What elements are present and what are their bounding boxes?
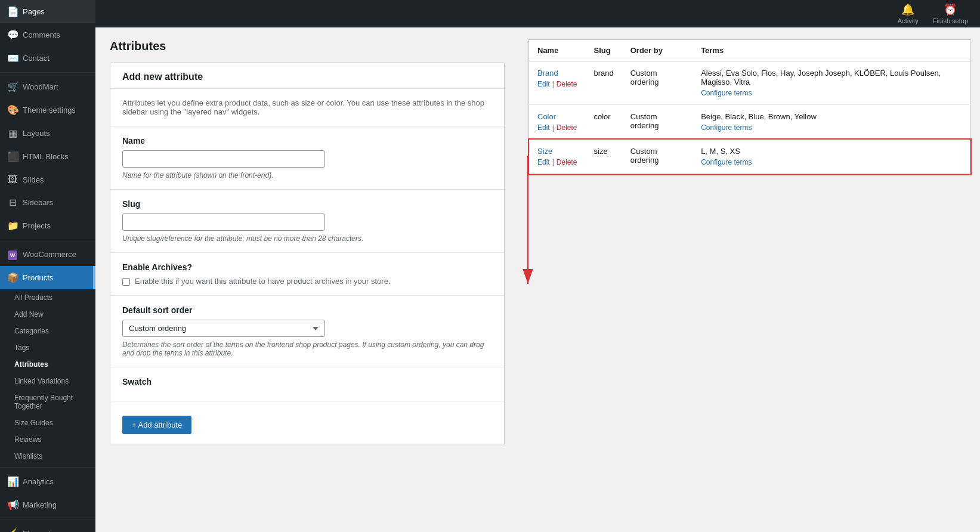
- sidebar-item-layouts[interactable]: ▦ Layouts: [0, 122, 95, 145]
- page-title: Attributes: [110, 39, 505, 53]
- sidebar-item-label: Slides: [23, 175, 44, 184]
- sidebar-item-size-guides[interactable]: Size Guides: [0, 415, 95, 431]
- activity-button[interactable]: 🔔 Activity: [898, 3, 919, 24]
- sidebar-item-html-blocks[interactable]: ⬛ HTML Blocks: [0, 145, 95, 168]
- slides-icon: 🖼: [7, 174, 18, 185]
- sidebar-item-products[interactable]: 📦 Products: [0, 266, 95, 289]
- slug-input[interactable]: [122, 214, 325, 231]
- sidebar-item-label: HTML Blocks: [23, 152, 69, 161]
- swatch-section: Swatch: [110, 367, 504, 401]
- sidebar-item-wishlists[interactable]: Wishlists: [0, 448, 95, 465]
- brand-edit-link[interactable]: Edit: [537, 80, 550, 88]
- add-attribute-button-label: + Add attribute: [132, 420, 182, 429]
- col-order-by: Order by: [622, 40, 693, 61]
- table-header-row: Name Slug Order by Terms: [529, 40, 970, 61]
- table-row: Brand Edit | Delete brand Custom orderin…: [529, 61, 970, 105]
- size-slug-cell: size: [586, 140, 622, 174]
- sidebar-item-reviews[interactable]: Reviews: [0, 431, 95, 448]
- size-table-row: Size Edit | Delete size Custom ordering …: [529, 140, 970, 174]
- color-configure-link[interactable]: Configure terms: [701, 123, 962, 132]
- size-name-link[interactable]: Size: [537, 147, 552, 156]
- brand-actions: Edit | Delete: [537, 80, 577, 88]
- sidebar-item-theme-settings[interactable]: 🎨 Theme settings: [0, 98, 95, 122]
- enable-archives-row: Enable this if you want this attribute t…: [122, 277, 492, 286]
- sidebar-item-analytics[interactable]: 📊 Analytics: [0, 470, 95, 493]
- add-attribute-section-title: Add new attribute: [110, 63, 504, 89]
- sidebar-item-woocommerce[interactable]: W WooCommerce: [0, 243, 95, 266]
- marketing-icon: 📢: [7, 499, 18, 511]
- color-edit-link[interactable]: Edit: [537, 123, 550, 132]
- sidebar-item-label: Sidebars: [23, 198, 53, 207]
- sidebar-item-pages[interactable]: 📄 Pages: [0, 0, 95, 23]
- color-order-cell: Custom ordering: [622, 105, 693, 140]
- color-name-link[interactable]: Color: [537, 112, 556, 121]
- all-products-label: All Products: [14, 293, 52, 302]
- brand-configure-link[interactable]: Configure terms: [701, 89, 962, 97]
- size-delete-link[interactable]: Delete: [557, 158, 577, 166]
- brand-terms: Alessi, Eva Solo, Flos, Hay, Joseph Jose…: [701, 69, 941, 86]
- table-row: Color Edit | Delete color Custom orderin…: [529, 105, 970, 140]
- form-description-section: Attributes let you define extra product …: [110, 89, 504, 126]
- sidebar-item-label: Contact: [23, 54, 50, 63]
- categories-label: Categories: [14, 327, 49, 335]
- add-attribute-button[interactable]: + Add attribute: [122, 416, 191, 434]
- sidebar-item-frequently-bought[interactable]: Frequently Bought Together: [0, 389, 95, 415]
- sidebar-item-projects[interactable]: 📁 Projects: [0, 214, 95, 237]
- sort-order-section: Default sort order Custom ordering Name …: [110, 296, 504, 367]
- brand-name-link[interactable]: Brand: [537, 69, 558, 78]
- size-edit-link[interactable]: Edit: [537, 158, 550, 166]
- sidebar-item-attributes[interactable]: Attributes: [0, 356, 95, 373]
- activity-icon: 🔔: [901, 3, 914, 16]
- brand-slug-cell: brand: [586, 61, 622, 105]
- add-button-section: + Add attribute: [110, 401, 504, 444]
- name-input[interactable]: [122, 150, 325, 168]
- table-header: Name Slug Order by Terms: [529, 40, 970, 61]
- color-delete-link[interactable]: Delete: [557, 123, 577, 132]
- sidebar-item-slides[interactable]: 🖼 Slides: [0, 168, 95, 191]
- finish-setup-button[interactable]: ⏰ Finish setup: [933, 3, 968, 24]
- woocommerce-icon: W: [7, 249, 18, 260]
- brand-delete-link[interactable]: Delete: [557, 80, 577, 88]
- sidebar-item-add-new[interactable]: Add New: [0, 306, 95, 323]
- sidebar-item-all-products[interactable]: All Products: [0, 289, 95, 306]
- size-configure-link[interactable]: Configure terms: [701, 158, 962, 166]
- finish-setup-icon: ⏰: [944, 3, 957, 16]
- color-name-cell: Color Edit | Delete: [529, 105, 586, 140]
- left-panel: Attributes Add new attribute Attributes …: [95, 27, 519, 532]
- size-order-cell: Custom ordering: [622, 140, 693, 174]
- sidebar-item-label: WooCommerce: [23, 250, 76, 259]
- layouts-icon: ▦: [7, 128, 18, 139]
- sidebar-item-categories[interactable]: Categories: [0, 323, 95, 339]
- sidebar-item-comments[interactable]: 💬 Comments: [0, 23, 95, 47]
- color-actions: Edit | Delete: [537, 123, 577, 132]
- sidebar-item-sidebars[interactable]: ⊟ Sidebars: [0, 191, 95, 214]
- sort-order-select-wrapper: Custom ordering Name Name (numeric) Term…: [122, 320, 325, 337]
- enable-archives-section: Enable Archives? Enable this if you want…: [110, 253, 504, 296]
- sidebar: 📄 Pages 💬 Comments ✉️ Contact 🛒 WoodMart…: [0, 0, 95, 532]
- sidebar-item-label: WoodMart: [23, 82, 58, 91]
- sort-order-label: Default sort order: [122, 305, 492, 315]
- sidebar-item-elementor[interactable]: ⚡ Elementor: [0, 522, 95, 532]
- slug-label: Slug: [122, 199, 492, 209]
- sidebar-item-linked-variations[interactable]: Linked Variations: [0, 373, 95, 389]
- linked-variations-label: Linked Variations: [14, 377, 69, 385]
- slug-section: Slug Unique slug/reference for the attri…: [110, 190, 504, 253]
- size-terms: L, M, S, XS: [701, 147, 740, 156]
- color-slug-cell: color: [586, 105, 622, 140]
- name-hint: Name for the attribute (shown on the fro…: [122, 171, 492, 180]
- topbar: 🔔 Activity ⏰ Finish setup: [95, 0, 980, 27]
- name-label: Name: [122, 136, 492, 146]
- products-icon: 📦: [7, 272, 18, 283]
- sidebar-item-label: Comments: [23, 30, 60, 39]
- projects-icon: 📁: [7, 220, 18, 231]
- sidebar-item-tags[interactable]: Tags: [0, 339, 95, 356]
- activity-label: Activity: [898, 17, 919, 24]
- sidebar-item-marketing[interactable]: 📢 Marketing: [0, 493, 95, 516]
- enable-archives-checkbox[interactable]: [122, 278, 130, 286]
- sidebar-item-contact[interactable]: ✉️ Contact: [0, 47, 95, 70]
- sidebar-item-woodmart[interactable]: 🛒 WoodMart: [0, 75, 95, 98]
- size-name-cell: Size Edit | Delete: [529, 140, 586, 174]
- woodmart-icon: 🛒: [7, 81, 18, 92]
- sidebar-item-label: Elementor: [23, 529, 58, 532]
- sort-order-select[interactable]: Custom ordering Name Name (numeric) Term…: [122, 320, 325, 337]
